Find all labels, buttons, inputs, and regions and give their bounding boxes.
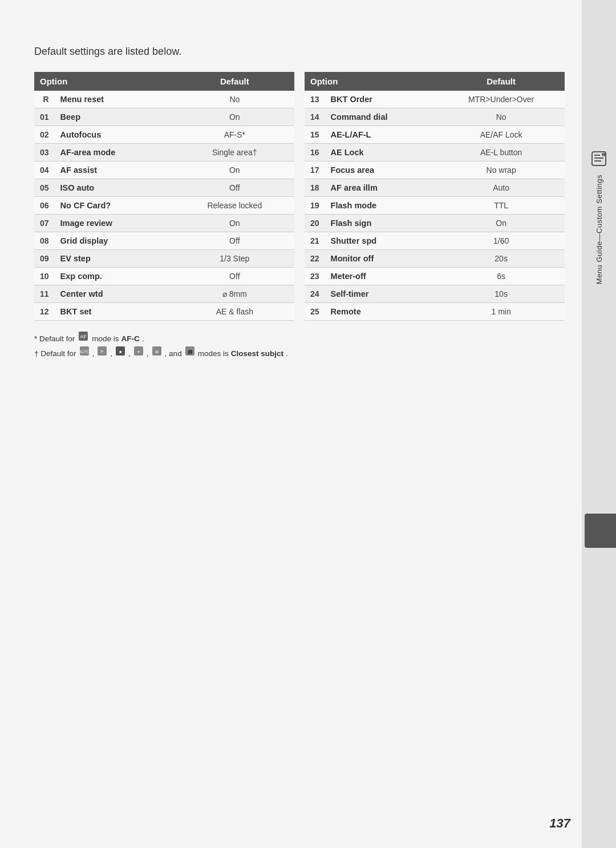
night-mode-icon: ⊞ — [152, 346, 162, 356]
row-default: Off — [175, 268, 294, 285]
row-default: 10s — [437, 285, 565, 303]
table-row: 17 Focus area No wrap — [305, 161, 565, 179]
row-number: 10 — [34, 268, 55, 285]
footnote-1: * Default for AF mode is AF-C . — [34, 331, 565, 346]
svg-text:AUTO: AUTO — [79, 350, 90, 354]
row-number: 09 — [34, 250, 55, 268]
row-number: 18 — [305, 179, 325, 197]
intro-text: Default settings are listed below. — [34, 46, 565, 58]
row-default: On — [175, 215, 294, 232]
row-number: 25 — [305, 303, 325, 321]
row-option: Grid display — [55, 232, 175, 250]
svg-rect-1 — [594, 155, 600, 156]
row-default: Release locked — [175, 197, 294, 215]
tables-wrapper: Option Default R Menu reset No 01 Beep O… — [34, 72, 565, 321]
sidebar-label: Menu Guide—Custom Settings — [595, 175, 603, 284]
svg-text:⊞: ⊞ — [155, 350, 159, 354]
row-option: Menu reset — [55, 91, 175, 108]
row-number: 24 — [305, 285, 325, 303]
table-row: 24 Self-timer 10s — [305, 285, 565, 303]
svg-text:⬛: ⬛ — [187, 349, 192, 354]
row-number: R — [34, 91, 55, 108]
table-row: 02 Autofocus AF-S* — [34, 126, 294, 144]
row-default: 1/3 Step — [175, 250, 294, 268]
row-option: Meter-off — [325, 268, 438, 285]
row-default: On — [175, 161, 294, 179]
row-option: AF-area mode — [55, 144, 175, 161]
row-default: ⌀ 8mm — [175, 285, 294, 303]
portrait-mode-icon: P — [97, 346, 107, 356]
row-number: 16 — [305, 144, 325, 161]
row-number: 19 — [305, 197, 325, 215]
table-row: 18 AF area illm Auto — [305, 179, 565, 197]
right-table-section: Option Default 13 BKT Order MTR>Under>Ov… — [305, 72, 565, 321]
table-row: 01 Beep On — [34, 108, 294, 126]
row-option: No CF Card? — [55, 197, 175, 215]
row-option: Shutter spd — [325, 232, 438, 250]
row-option: BKT set — [55, 303, 175, 321]
row-number: 05 — [34, 179, 55, 197]
page-number: 137 — [549, 816, 570, 831]
row-number: 21 — [305, 232, 325, 250]
svg-rect-3 — [594, 160, 601, 161]
menu-guide-icon: i — [589, 148, 609, 169]
table-row: 16 AE Lock AE-L button — [305, 144, 565, 161]
svg-text:■: ■ — [119, 350, 121, 354]
macro-mode-icon: ⬛ — [185, 346, 195, 356]
row-default: AF-S* — [175, 126, 294, 144]
row-option: Focus area — [325, 161, 438, 179]
table-row: 15 AE-L/AF-L AE/AF Lock — [305, 126, 565, 144]
row-number: 02 — [34, 126, 55, 144]
row-number: 08 — [34, 232, 55, 250]
row-default: Off — [175, 232, 294, 250]
row-option: AE Lock — [325, 144, 438, 161]
table-row: R Menu reset No — [34, 91, 294, 108]
table-row: 09 EV step 1/3 Step — [34, 250, 294, 268]
sidebar-tab — [585, 514, 616, 548]
row-option: Beep — [55, 108, 175, 126]
table-row: 03 AF-area mode Single area† — [34, 144, 294, 161]
table-row: 06 No CF Card? Release locked — [34, 197, 294, 215]
row-option: ISO auto — [55, 179, 175, 197]
row-default: No — [175, 91, 294, 108]
table-row: 08 Grid display Off — [34, 232, 294, 250]
table-row: 23 Meter-off 6s — [305, 268, 565, 285]
row-option: Flash sign — [325, 215, 438, 232]
footnote-2: † Default for AUTO , P , ■ , ✦ , — [34, 346, 565, 361]
table-row: 21 Shutter spd 1/60 — [305, 232, 565, 250]
row-default: On — [175, 108, 294, 126]
row-number: 13 — [305, 91, 325, 108]
table-row: 19 Flash mode TTL — [305, 197, 565, 215]
row-number: 17 — [305, 161, 325, 179]
row-option: AF area illm — [325, 179, 438, 197]
row-option: BKT Order — [325, 91, 438, 108]
row-number: 07 — [34, 215, 55, 232]
row-default: Auto — [437, 179, 565, 197]
right-header-option: Option — [305, 72, 437, 91]
table-row: 07 Image review On — [34, 215, 294, 232]
row-option: Center wtd — [55, 285, 175, 303]
row-number: 06 — [34, 197, 55, 215]
row-number: 11 — [34, 285, 55, 303]
svg-rect-2 — [594, 158, 603, 159]
row-default: No wrap — [437, 161, 565, 179]
row-option: Flash mode — [325, 197, 438, 215]
row-default: 6s — [437, 268, 565, 285]
row-option: Remote — [325, 303, 438, 321]
sports-mode-icon: ✦ — [133, 346, 144, 356]
right-header-default: Default — [437, 72, 565, 91]
row-number: 15 — [305, 126, 325, 144]
row-default: Off — [175, 179, 294, 197]
table-row: 04 AF assist On — [34, 161, 294, 179]
row-number: 04 — [34, 161, 55, 179]
row-default: On — [437, 215, 565, 232]
row-option: Command dial — [325, 108, 438, 126]
servo-mode-icon: AF — [78, 331, 88, 341]
svg-text:AF: AF — [80, 334, 87, 340]
footnotes: * Default for AF mode is AF-C . † Defaul… — [34, 331, 565, 361]
table-row: 10 Exp comp. Off — [34, 268, 294, 285]
table-row: 05 ISO auto Off — [34, 179, 294, 197]
row-number: 01 — [34, 108, 55, 126]
table-row: 13 BKT Order MTR>Under>Over — [305, 91, 565, 108]
row-default: No — [437, 108, 565, 126]
